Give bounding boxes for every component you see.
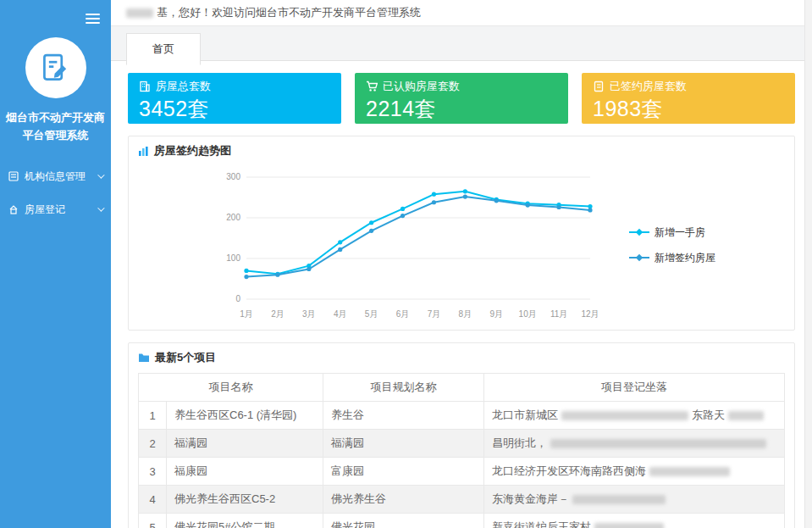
row-index: 3 xyxy=(139,458,167,486)
table-row[interactable]: 3福康园富康园龙口经济开发区环海南路西侧海 xyxy=(139,458,785,486)
menu-toggle-icon[interactable] xyxy=(86,11,100,26)
chart-legend: 新增一手房新增签约房屋 xyxy=(629,225,715,265)
redacted-username xyxy=(126,8,153,18)
projects-tbody: 1养生谷西区C6-1 (清华园)养生谷龙口市新城区东路天2福满园福满园昌明街北，… xyxy=(139,402,785,528)
folder-icon xyxy=(138,353,150,363)
table-row[interactable]: 4佛光养生谷西区C5-2佛光养生谷东海黄金海岸－ xyxy=(139,486,785,514)
panel-title: 最新5个项目 xyxy=(155,350,216,365)
table-row[interactable]: 1养生谷西区C6-1 (清华园)养生谷龙口市新城区东路天 xyxy=(139,402,785,430)
latest-projects-panel: 最新5个项目 项目名称 项目规划名称 项目登记坐落 1养生谷西区C6-1 (清华… xyxy=(128,342,795,528)
location-text: 新嘉街道炉后王家村 xyxy=(492,520,591,528)
stat-label: 已认购房屋套数 xyxy=(383,79,460,94)
chevron-down-icon xyxy=(97,172,104,179)
svg-text:11月: 11月 xyxy=(550,309,567,319)
scrollbar[interactable] xyxy=(804,0,812,528)
stat-label: 房屋总套数 xyxy=(156,79,211,94)
redacted-text xyxy=(572,495,666,504)
svg-text:200: 200 xyxy=(226,213,240,222)
legend-item[interactable]: 新增一手房 xyxy=(629,225,715,240)
redacted-text xyxy=(728,411,764,420)
cell-plan-name: 富康园 xyxy=(323,458,484,486)
svg-text:9月: 9月 xyxy=(489,309,503,319)
cell-location: 东海黄金海岸－ xyxy=(484,486,785,514)
svg-text:6月: 6月 xyxy=(396,309,410,319)
svg-text:4月: 4月 xyxy=(334,309,347,319)
sidebar-item-label: 机构信息管理 xyxy=(25,170,86,184)
cell-location: 新嘉街道炉后王家村 xyxy=(484,514,785,528)
svg-text:100: 100 xyxy=(226,253,240,263)
chevron-down-icon xyxy=(97,205,104,212)
app-window: 烟台市不动产开发商平台管理系统 机构信息管理 房屋登记 xyxy=(0,0,812,528)
svg-text:12月: 12月 xyxy=(581,309,599,319)
document-pen-icon xyxy=(40,52,72,84)
cell-plan-name: 养生谷 xyxy=(323,402,484,430)
col-header-plan-name: 项目规划名称 xyxy=(323,374,484,402)
sidebar-item-label: 房屋登记 xyxy=(25,203,65,217)
row-index: 1 xyxy=(139,402,167,430)
svg-text:2月: 2月 xyxy=(271,309,284,319)
svg-text:300: 300 xyxy=(226,172,240,181)
row-index: 2 xyxy=(139,430,167,458)
tab-bar: 首页 xyxy=(111,26,812,61)
stat-value: 2214套 xyxy=(366,95,557,123)
col-header-project-name: 项目名称 xyxy=(139,374,323,402)
building-icon xyxy=(139,81,151,92)
stat-card-total-houses: 房屋总套数 3452套 xyxy=(128,73,341,124)
svg-text:1月: 1月 xyxy=(240,309,253,319)
cell-plan-name: 佛光养生谷 xyxy=(323,486,484,514)
legend-item[interactable]: 新增签约房屋 xyxy=(629,251,715,265)
redacted-text xyxy=(649,467,730,476)
sidebar-item-org-info[interactable]: 机构信息管理 xyxy=(0,160,111,193)
svg-text:7月: 7月 xyxy=(428,309,441,319)
trend-chart-panel: 房屋签约趋势图 01002003001月2月3月4月5月6月7月8月9月10月1… xyxy=(128,136,795,331)
stat-label: 已签约房屋套数 xyxy=(610,79,687,94)
tab-home[interactable]: 首页 xyxy=(126,33,201,65)
app-logo xyxy=(25,37,86,98)
svg-text:5月: 5月 xyxy=(365,309,378,319)
svg-text:3月: 3月 xyxy=(302,309,316,319)
sidebar-menu: 机构信息管理 房屋登记 xyxy=(0,160,111,226)
cell-project-name: 福康园 xyxy=(167,458,323,486)
table-header-row: 项目名称 项目规划名称 项目登记坐落 xyxy=(139,374,785,402)
sidebar: 烟台市不动产开发商平台管理系统 机构信息管理 房屋登记 xyxy=(0,0,111,528)
cell-location: 昌明街北， xyxy=(484,430,785,458)
location-text: 龙口市新城区 xyxy=(492,409,558,421)
top-greeting-bar: 基，您好！欢迎访问烟台市不动产开发商平台管理系统 xyxy=(111,0,812,26)
redacted-text xyxy=(594,523,664,528)
cell-location: 龙口经济开发区环海南路西侧海 xyxy=(484,458,785,486)
cell-plan-name: 佛光花园 xyxy=(323,514,484,528)
system-title: 烟台市不动产开发商平台管理系统 xyxy=(0,105,111,158)
svg-text:8月: 8月 xyxy=(459,309,472,319)
cart-icon xyxy=(366,81,378,92)
greeting-name: 基 xyxy=(157,5,168,20)
row-index: 4 xyxy=(139,486,167,514)
chart-body: 01002003001月2月3月4月5月6月7月8月9月10月11月12月 新增… xyxy=(129,165,794,330)
projects-table: 项目名称 项目规划名称 项目登记坐落 1养生谷西区C6-1 (清华园)养生谷龙口… xyxy=(138,373,785,528)
stat-cards-row: 房屋总套数 3452套 已认购房屋套数 2214套 xyxy=(128,73,795,124)
stat-card-signed-houses: 已签约房屋套数 1983套 xyxy=(582,73,795,124)
bar-chart-icon xyxy=(138,146,149,157)
row-index: 5 xyxy=(139,514,167,528)
content-area: 房屋总套数 3452套 已认购房屋套数 2214套 xyxy=(111,61,812,528)
sidebar-item-house-register[interactable]: 房屋登记 xyxy=(0,193,111,226)
cell-plan-name: 福满园 xyxy=(323,430,484,458)
col-header-location: 项目登记坐落 xyxy=(484,374,785,402)
table-row[interactable]: 2福满园福满园昌明街北， xyxy=(139,430,785,458)
redacted-text xyxy=(561,411,688,420)
stat-value: 3452套 xyxy=(139,95,330,123)
panel-header: 房屋签约趋势图 xyxy=(129,136,794,165)
legend-label: 新增一手房 xyxy=(655,225,705,240)
location-text: 东海黄金海岸－ xyxy=(492,492,569,505)
panel-header: 最新5个项目 xyxy=(129,343,794,372)
stat-value: 1983套 xyxy=(593,95,784,123)
panel-title: 房屋签约趋势图 xyxy=(154,143,231,158)
cell-location: 龙口市新城区东路天 xyxy=(484,402,785,430)
redacted-text xyxy=(550,439,766,448)
svg-text:10月: 10月 xyxy=(519,309,537,319)
location-text: 龙口经济开发区环海南路西侧海 xyxy=(492,464,646,477)
cell-project-name: 佛光花园5#公馆二期 xyxy=(167,514,323,528)
stat-card-subscribed-houses: 已认购房屋套数 2214套 xyxy=(355,73,568,124)
table-row[interactable]: 5佛光花园5#公馆二期佛光花园新嘉街道炉后王家村 xyxy=(139,514,785,528)
cell-project-name: 佛光养生谷西区C5-2 xyxy=(167,486,323,514)
org-info-icon xyxy=(8,171,19,181)
